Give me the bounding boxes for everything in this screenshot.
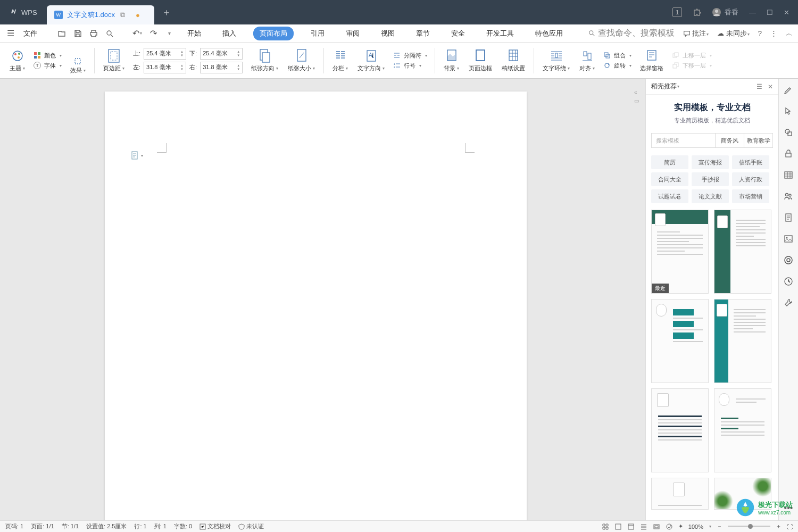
template-thumb-6[interactable]	[714, 388, 771, 472]
document-tab[interactable]: W 文字文稿1.docx ⧉ ●	[47, 5, 154, 24]
cat-exam[interactable]: 试题试卷	[651, 189, 688, 203]
status-setting[interactable]: 设置值: 2.5厘米	[86, 522, 127, 530]
view-icon-7[interactable]: ✦	[678, 523, 683, 530]
panel-menu-icon[interactable]: ☰	[757, 83, 762, 90]
status-page-no[interactable]: 页码: 1	[5, 522, 23, 530]
group-button[interactable]: 组合▾	[603, 52, 631, 60]
sb-tools-icon[interactable]	[783, 297, 794, 309]
puzzle-icon[interactable]	[693, 8, 701, 16]
collapse-ribbon-icon[interactable]: ︿	[786, 29, 793, 38]
qat-dropdown-icon[interactable]: ▾	[164, 28, 174, 39]
status-cert[interactable]: 未认证	[238, 522, 264, 530]
hamburger-icon[interactable]: ☰	[5, 28, 16, 39]
template-search-input[interactable]: 搜索模板	[651, 133, 716, 148]
save-icon[interactable]	[72, 28, 83, 39]
background-button[interactable]: 背景▾	[440, 48, 462, 72]
cat-letter[interactable]: 信纸手账	[732, 155, 769, 169]
margin-left-input[interactable]: 31.8 毫米▲▼	[144, 62, 186, 73]
text-wrap-button[interactable]: 文字环绕▾	[539, 48, 573, 72]
zoom-in[interactable]: ＋	[776, 522, 782, 530]
tab-view[interactable]: 视图	[377, 27, 399, 40]
sb-page-icon[interactable]	[783, 212, 794, 223]
zoom-slider[interactable]	[728, 526, 770, 527]
panel-collapse-icon[interactable]: «	[634, 89, 641, 96]
view-icon-2[interactable]	[614, 523, 622, 530]
sb-people-icon[interactable]	[783, 190, 794, 202]
tab-page-layout[interactable]: 页面布局	[253, 27, 294, 40]
undo-icon[interactable]: ↶▾	[132, 28, 143, 39]
fit-icon[interactable]: ⛶	[787, 523, 793, 530]
sb-shape-icon[interactable]	[783, 127, 794, 138]
more-icon[interactable]: ⋮	[770, 29, 777, 37]
cat-contract[interactable]: 合同大全	[651, 172, 688, 186]
tab-section[interactable]: 章节	[412, 27, 434, 40]
margin-right-input[interactable]: 31.8 毫米▲▼	[200, 62, 243, 73]
view-icon-6[interactable]	[666, 523, 673, 530]
panel-close-icon[interactable]: ✕	[768, 83, 773, 90]
tab-insert[interactable]: 插入	[218, 27, 240, 40]
orientation-button[interactable]: 纸张方向▾	[248, 48, 281, 72]
tab-external-icon[interactable]: ⧉	[119, 11, 127, 19]
rotate-button[interactable]: 旋转▾	[603, 62, 631, 70]
sync-button[interactable]: ☁ 未同步▾	[717, 29, 750, 38]
redo-icon[interactable]: ↷	[148, 28, 159, 39]
cat-thesis[interactable]: 论文文献	[692, 189, 729, 203]
status-page[interactable]: 页面: 1/1	[31, 522, 54, 530]
cat-hr[interactable]: 人资行政	[732, 172, 769, 186]
print-icon[interactable]	[88, 28, 99, 39]
tab-start[interactable]: 开始	[183, 27, 205, 40]
status-proof[interactable]: 文档校对	[200, 522, 231, 530]
sb-lock-icon[interactable]	[783, 148, 794, 160]
theme-button[interactable]: 主题▾	[6, 48, 28, 72]
zoom-label[interactable]: 100%	[688, 523, 703, 530]
view-icon-4[interactable]	[640, 523, 647, 530]
cat-resume[interactable]: 简历	[651, 155, 688, 169]
status-col[interactable]: 列: 1	[154, 522, 167, 530]
status-row[interactable]: 行: 1	[134, 522, 146, 530]
view-icon-5[interactable]	[653, 523, 660, 530]
tab-review[interactable]: 审阅	[342, 27, 364, 40]
open-icon[interactable]	[56, 28, 67, 39]
template-thumb-5[interactable]	[651, 388, 709, 472]
margin-bottom-input[interactable]: 25.4 毫米▲▼	[200, 48, 243, 60]
wps-home-tab[interactable]: WPS	[0, 0, 47, 24]
status-words[interactable]: 字数: 0	[174, 522, 192, 530]
template-quick-business[interactable]: 商务风	[716, 133, 744, 148]
close-icon[interactable]: ✕	[784, 9, 789, 16]
notification-badge[interactable]: 1	[672, 7, 682, 17]
status-section[interactable]: 节: 1/1	[62, 522, 79, 530]
new-tab-button[interactable]: ＋	[159, 4, 174, 20]
page-border-button[interactable]: 页面边框	[466, 48, 495, 72]
tab-security[interactable]: 安全	[447, 27, 469, 40]
margin-button[interactable]: 页边距▾	[100, 48, 128, 72]
sb-history-icon[interactable]	[783, 276, 794, 287]
color-button[interactable]: 颜色▾	[34, 52, 62, 60]
align-button[interactable]: 对齐▾	[576, 48, 598, 72]
zoom-out[interactable]: －	[717, 522, 722, 530]
tab-featured[interactable]: 特色应用	[531, 27, 567, 40]
command-search[interactable]: 查找命令、搜索模板	[588, 28, 675, 39]
view-icon-1[interactable]	[602, 523, 609, 530]
page-action-icon[interactable]: ▾	[131, 151, 143, 160]
template-thumb-7[interactable]	[651, 478, 709, 510]
preview-icon[interactable]	[104, 28, 115, 39]
document-page[interactable]: ▾	[105, 92, 527, 520]
help-icon[interactable]: ?	[758, 29, 762, 37]
template-thumb-1[interactable]: 最近	[651, 210, 709, 294]
selection-pane-button[interactable]: 选择窗格	[637, 48, 667, 72]
paper-size-button[interactable]: 纸张大小▾	[285, 48, 318, 72]
user-avatar[interactable]: 香香	[712, 7, 738, 17]
sb-select-icon[interactable]	[783, 105, 794, 117]
text-direction-button[interactable]: A 文字方向▾	[354, 48, 388, 72]
sb-template-icon[interactable]	[783, 254, 794, 266]
cat-newspaper[interactable]: 手抄报	[692, 172, 729, 186]
sb-table-icon[interactable]	[783, 169, 794, 181]
cat-marketing[interactable]: 市场营销	[732, 189, 769, 203]
template-quick-education[interactable]: 教育教学	[744, 133, 773, 148]
breaks-button[interactable]: 分隔符▾	[393, 52, 427, 60]
annotate-button[interactable]: 批注▾	[683, 29, 709, 38]
line-number-button[interactable]: 12行号▾	[393, 62, 427, 70]
template-thumb-2[interactable]	[714, 210, 771, 294]
manuscript-button[interactable]: 稿纸设置	[498, 48, 528, 72]
tab-devtools[interactable]: 开发工具	[482, 27, 518, 40]
